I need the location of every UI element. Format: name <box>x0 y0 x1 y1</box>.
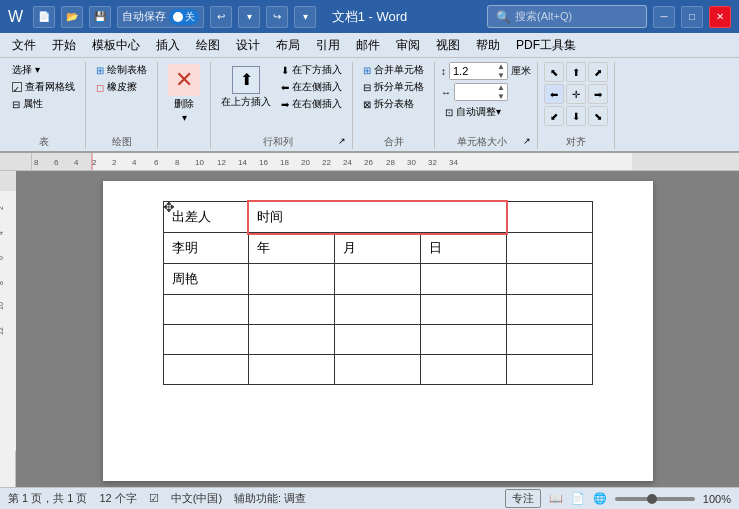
focus-btn[interactable]: 专注 <box>505 489 541 508</box>
table-cell[interactable] <box>249 355 335 385</box>
menu-design[interactable]: 设计 <box>228 34 268 57</box>
align-center-btn[interactable]: ✛ <box>566 84 586 104</box>
web-layout-icon[interactable]: 🌐 <box>593 492 607 505</box>
undo-btn[interactable]: ↩ <box>210 6 232 28</box>
width-up[interactable]: ▲ <box>495 83 507 92</box>
zoom-level[interactable]: 100% <box>703 493 731 505</box>
table-cell[interactable] <box>420 355 506 385</box>
merge-cells-button[interactable]: ⊞ 合并单元格 <box>359 62 428 78</box>
table-move-handle[interactable]: ✥ <box>163 199 175 215</box>
table-cell[interactable]: 李明 <box>163 233 249 264</box>
insert-above-button[interactable]: ⬆ 在上方插入 <box>217 62 275 112</box>
align-topcenter-btn[interactable]: ⬆ <box>566 62 586 82</box>
table-cell[interactable] <box>420 325 506 355</box>
table-cell[interactable]: 周艳 <box>163 264 249 295</box>
insert-right-button[interactable]: ➡ 在右侧插入 <box>277 96 346 112</box>
table-cell[interactable] <box>420 295 506 325</box>
save-btn[interactable]: 💾 <box>89 6 111 28</box>
table-cell[interactable] <box>420 264 506 295</box>
table-cell[interactable] <box>249 264 335 295</box>
menu-pdf[interactable]: PDF工具集 <box>508 34 584 57</box>
cellsize-expand-icon[interactable]: ↗ <box>523 136 531 146</box>
table-cell[interactable] <box>163 325 249 355</box>
split-cells-button[interactable]: ⊟ 拆分单元格 <box>359 79 428 95</box>
table-cell[interactable]: 日 <box>420 233 506 264</box>
menu-references[interactable]: 引用 <box>308 34 348 57</box>
eraser-button[interactable]: ◻ 橡皮擦 <box>92 79 151 95</box>
height-down[interactable]: ▼ <box>495 71 507 80</box>
table-cell[interactable] <box>335 325 421 355</box>
gridlines-checkbox[interactable] <box>12 82 22 92</box>
table-cell[interactable] <box>506 355 592 385</box>
menu-mailings[interactable]: 邮件 <box>348 34 388 57</box>
table-cell[interactable]: 月 <box>335 233 421 264</box>
auto-adjust-button[interactable]: ⊡ 自动调整▾ <box>441 104 505 120</box>
view-gridlines-button[interactable]: 查看网格线 <box>8 79 79 95</box>
delete-button[interactable]: ✕ 删除 ▾ <box>164 62 204 125</box>
more-tools-btn[interactable]: ▾ <box>294 6 316 28</box>
zoom-thumb[interactable] <box>647 494 657 504</box>
ribbon-group-table-content: 选择 ▾ 查看网格线 ⊟ 属性 <box>8 62 79 133</box>
title-right: 🔍 搜索(Alt+Q) ─ □ ✕ <box>487 5 731 28</box>
insert-left-button[interactable]: ⬅ 在左侧插入 <box>277 79 346 95</box>
align-bottomcenter-btn[interactable]: ⬇ <box>566 106 586 126</box>
zoom-slider[interactable] <box>615 497 695 501</box>
table-cell[interactable] <box>506 233 592 264</box>
menu-draw[interactable]: 绘图 <box>188 34 228 57</box>
table-cell[interactable]: 年 <box>249 233 335 264</box>
language[interactable]: 中文(中国) <box>171 491 222 506</box>
align-bottomright-btn[interactable]: ⬊ <box>588 106 608 126</box>
close-btn[interactable]: ✕ <box>709 6 731 28</box>
minimize-btn[interactable]: ─ <box>653 6 675 28</box>
table-cell[interactable] <box>163 355 249 385</box>
table-cell[interactable] <box>249 295 335 325</box>
redo-btn[interactable]: ↪ <box>266 6 288 28</box>
autosave-toggle[interactable]: 关 <box>169 9 199 25</box>
height-value[interactable] <box>450 63 495 79</box>
table-cell[interactable] <box>506 295 592 325</box>
open-btn[interactable]: 📂 <box>61 6 83 28</box>
search-box[interactable]: 🔍 搜索(Alt+Q) <box>487 5 647 28</box>
new-btn[interactable]: 📄 <box>33 6 55 28</box>
table-cell-selected[interactable]: 时间 <box>249 202 506 233</box>
menu-template[interactable]: 模板中心 <box>84 34 148 57</box>
print-layout-icon[interactable]: 📄 <box>571 492 585 505</box>
properties-button[interactable]: ⊟ 属性 <box>8 96 79 112</box>
align-topleft-btn[interactable]: ⬉ <box>544 62 564 82</box>
table-cell[interactable] <box>335 264 421 295</box>
insert-below-button[interactable]: ⬇ 在下方插入 <box>277 62 346 78</box>
menu-layout[interactable]: 布局 <box>268 34 308 57</box>
table-cell[interactable] <box>163 295 249 325</box>
align-bottomleft-btn[interactable]: ⬋ <box>544 106 564 126</box>
split-table-button[interactable]: ⊠ 拆分表格 <box>359 96 428 112</box>
menu-help[interactable]: 帮助 <box>468 34 508 57</box>
width-spinbox[interactable]: ▲ ▼ <box>454 83 508 101</box>
menu-view[interactable]: 视图 <box>428 34 468 57</box>
width-value[interactable] <box>455 84 495 100</box>
maximize-btn[interactable]: □ <box>681 6 703 28</box>
table-cell[interactable] <box>335 295 421 325</box>
height-spinbox[interactable]: ▲ ▼ <box>449 62 508 80</box>
accessibility[interactable]: 辅助功能: 调查 <box>234 491 306 506</box>
table-cell[interactable] <box>506 264 592 295</box>
align-middleleft-btn[interactable]: ⬅ <box>544 84 564 104</box>
menu-home[interactable]: 开始 <box>44 34 84 57</box>
align-topright-btn[interactable]: ⬈ <box>588 62 608 82</box>
table-cell[interactable] <box>506 202 592 233</box>
rowcol-expand-icon[interactable]: ↗ <box>338 136 346 146</box>
table-cell[interactable] <box>249 325 335 355</box>
width-down[interactable]: ▼ <box>495 92 507 101</box>
menu-file[interactable]: 文件 <box>4 34 44 57</box>
table-cell[interactable]: 出差人 <box>163 202 249 233</box>
table-cell[interactable] <box>335 355 421 385</box>
table-cell[interactable] <box>506 325 592 355</box>
draw-table-button[interactable]: ⊞ 绘制表格 <box>92 62 151 78</box>
height-up[interactable]: ▲ <box>495 62 507 71</box>
undo-dropdown[interactable]: ▾ <box>238 6 260 28</box>
menu-review[interactable]: 审阅 <box>388 34 428 57</box>
svg-text:10: 10 <box>0 302 4 310</box>
menu-insert[interactable]: 插入 <box>148 34 188 57</box>
select-button[interactable]: 选择 ▾ <box>8 62 79 78</box>
read-mode-icon[interactable]: 📖 <box>549 492 563 505</box>
align-middleright-btn[interactable]: ➡ <box>588 84 608 104</box>
